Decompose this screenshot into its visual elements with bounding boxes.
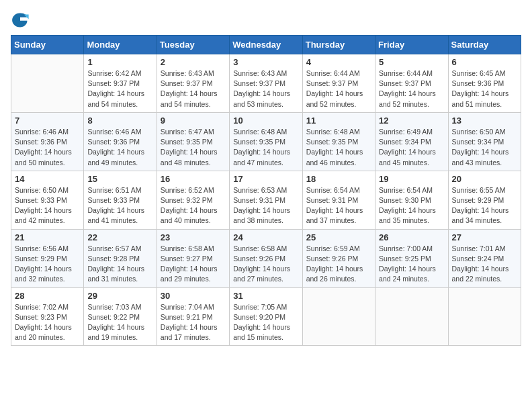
day-info: Sunrise: 6:56 AMSunset: 9:29 PMDaylight:… xyxy=(15,244,80,285)
day-cell-17: 17Sunrise: 6:53 AMSunset: 9:31 PMDayligh… xyxy=(230,171,302,229)
day-number: 13 xyxy=(452,116,517,126)
day-number: 26 xyxy=(379,232,444,242)
day-info: Sunrise: 6:49 AMSunset: 9:34 PMDaylight:… xyxy=(379,127,444,168)
day-info: Sunrise: 6:53 AMSunset: 9:31 PMDaylight:… xyxy=(233,185,298,226)
day-cell-7: 7Sunrise: 6:46 AMSunset: 9:36 PMDaylight… xyxy=(11,112,84,171)
day-cell-25: 25Sunrise: 6:59 AMSunset: 9:26 PMDayligh… xyxy=(302,229,375,287)
empty-cell xyxy=(11,54,84,113)
day-info: Sunrise: 7:01 AMSunset: 9:24 PMDaylight:… xyxy=(452,244,517,285)
day-info: Sunrise: 7:02 AMSunset: 9:23 PMDaylight:… xyxy=(15,302,80,343)
header-row: SundayMondayTuesdayWednesdayThursdayFrid… xyxy=(11,36,521,54)
day-info: Sunrise: 6:42 AMSunset: 9:37 PMDaylight:… xyxy=(87,68,152,109)
day-number: 25 xyxy=(306,232,371,242)
day-info: Sunrise: 7:00 AMSunset: 9:25 PMDaylight:… xyxy=(379,244,444,285)
day-number: 27 xyxy=(452,232,517,242)
day-cell-9: 9Sunrise: 6:47 AMSunset: 9:35 PMDaylight… xyxy=(157,112,229,171)
day-number: 23 xyxy=(161,232,226,242)
day-number: 16 xyxy=(161,174,226,184)
day-cell-8: 8Sunrise: 6:46 AMSunset: 9:36 PMDaylight… xyxy=(84,112,157,171)
day-number: 1 xyxy=(87,57,152,67)
day-cell-21: 21Sunrise: 6:56 AMSunset: 9:29 PMDayligh… xyxy=(11,229,84,287)
day-number: 19 xyxy=(379,174,444,184)
day-info: Sunrise: 6:58 AMSunset: 9:27 PMDaylight:… xyxy=(161,244,226,285)
day-info: Sunrise: 6:46 AMSunset: 9:36 PMDaylight:… xyxy=(15,127,80,168)
day-number: 21 xyxy=(15,232,80,242)
day-info: Sunrise: 6:54 AMSunset: 9:31 PMDaylight:… xyxy=(306,185,371,226)
day-number: 17 xyxy=(233,174,298,184)
day-number: 3 xyxy=(233,57,298,67)
header-cell-thursday: Thursday xyxy=(302,36,375,54)
day-info: Sunrise: 6:43 AMSunset: 9:37 PMDaylight:… xyxy=(233,68,298,109)
day-cell-13: 13Sunrise: 6:50 AMSunset: 9:34 PMDayligh… xyxy=(448,112,521,171)
day-cell-29: 29Sunrise: 7:03 AMSunset: 9:22 PMDayligh… xyxy=(84,287,157,346)
day-info: Sunrise: 6:55 AMSunset: 9:29 PMDaylight:… xyxy=(452,185,517,226)
day-info: Sunrise: 6:54 AMSunset: 9:30 PMDaylight:… xyxy=(379,185,444,226)
day-cell-12: 12Sunrise: 6:49 AMSunset: 9:34 PMDayligh… xyxy=(375,112,448,171)
calendar-table: SundayMondayTuesdayWednesdayThursdayFrid… xyxy=(11,35,521,346)
logo xyxy=(11,11,32,30)
day-info: Sunrise: 6:59 AMSunset: 9:26 PMDaylight:… xyxy=(306,244,371,285)
empty-cell xyxy=(302,287,375,346)
week-row-4: 21Sunrise: 6:56 AMSunset: 9:29 PMDayligh… xyxy=(11,229,521,287)
day-number: 9 xyxy=(161,116,226,126)
day-cell-19: 19Sunrise: 6:54 AMSunset: 9:30 PMDayligh… xyxy=(375,171,448,229)
day-cell-16: 16Sunrise: 6:52 AMSunset: 9:32 PMDayligh… xyxy=(157,171,229,229)
day-cell-14: 14Sunrise: 6:50 AMSunset: 9:33 PMDayligh… xyxy=(11,171,84,229)
day-number: 11 xyxy=(306,116,371,126)
header xyxy=(11,11,521,30)
day-number: 31 xyxy=(233,291,298,301)
day-number: 5 xyxy=(379,57,444,67)
day-number: 24 xyxy=(233,232,298,242)
day-cell-6: 6Sunrise: 6:45 AMSunset: 9:36 PMDaylight… xyxy=(448,54,521,113)
day-number: 29 xyxy=(87,291,152,301)
day-number: 6 xyxy=(452,57,517,67)
day-cell-4: 4Sunrise: 6:44 AMSunset: 9:37 PMDaylight… xyxy=(302,54,375,113)
header-cell-friday: Friday xyxy=(375,36,448,54)
week-row-3: 14Sunrise: 6:50 AMSunset: 9:33 PMDayligh… xyxy=(11,171,521,229)
week-row-1: 1Sunrise: 6:42 AMSunset: 9:37 PMDaylight… xyxy=(11,54,521,113)
day-number: 20 xyxy=(452,174,517,184)
day-number: 15 xyxy=(87,174,152,184)
day-cell-20: 20Sunrise: 6:55 AMSunset: 9:29 PMDayligh… xyxy=(448,171,521,229)
day-number: 22 xyxy=(87,232,152,242)
day-cell-3: 3Sunrise: 6:43 AMSunset: 9:37 PMDaylight… xyxy=(230,54,302,113)
day-info: Sunrise: 7:04 AMSunset: 9:21 PMDaylight:… xyxy=(161,302,226,343)
empty-cell xyxy=(448,287,521,346)
day-info: Sunrise: 6:57 AMSunset: 9:28 PMDaylight:… xyxy=(87,244,152,285)
day-cell-26: 26Sunrise: 7:00 AMSunset: 9:25 PMDayligh… xyxy=(375,229,448,287)
day-number: 18 xyxy=(306,174,371,184)
day-cell-5: 5Sunrise: 6:44 AMSunset: 9:37 PMDaylight… xyxy=(375,54,448,113)
day-info: Sunrise: 6:48 AMSunset: 9:35 PMDaylight:… xyxy=(233,127,298,168)
day-cell-18: 18Sunrise: 6:54 AMSunset: 9:31 PMDayligh… xyxy=(302,171,375,229)
day-info: Sunrise: 6:52 AMSunset: 9:32 PMDaylight:… xyxy=(161,185,226,226)
day-info: Sunrise: 6:46 AMSunset: 9:36 PMDaylight:… xyxy=(87,127,152,168)
day-cell-22: 22Sunrise: 6:57 AMSunset: 9:28 PMDayligh… xyxy=(84,229,157,287)
empty-cell xyxy=(375,287,448,346)
day-info: Sunrise: 6:50 AMSunset: 9:33 PMDaylight:… xyxy=(15,185,80,226)
day-info: Sunrise: 6:47 AMSunset: 9:35 PMDaylight:… xyxy=(161,127,226,168)
header-cell-sunday: Sunday xyxy=(11,36,84,54)
week-row-2: 7Sunrise: 6:46 AMSunset: 9:36 PMDaylight… xyxy=(11,112,521,171)
day-number: 7 xyxy=(15,116,80,126)
day-cell-27: 27Sunrise: 7:01 AMSunset: 9:24 PMDayligh… xyxy=(448,229,521,287)
day-info: Sunrise: 6:50 AMSunset: 9:34 PMDaylight:… xyxy=(452,127,517,168)
logo-icon xyxy=(11,11,30,30)
day-info: Sunrise: 7:03 AMSunset: 9:22 PMDaylight:… xyxy=(87,302,152,343)
day-number: 28 xyxy=(15,291,80,301)
header-cell-tuesday: Tuesday xyxy=(157,36,229,54)
day-cell-15: 15Sunrise: 6:51 AMSunset: 9:33 PMDayligh… xyxy=(84,171,157,229)
header-cell-wednesday: Wednesday xyxy=(230,36,302,54)
day-number: 14 xyxy=(15,174,80,184)
day-info: Sunrise: 6:58 AMSunset: 9:26 PMDaylight:… xyxy=(233,244,298,285)
day-number: 30 xyxy=(161,291,226,301)
day-cell-23: 23Sunrise: 6:58 AMSunset: 9:27 PMDayligh… xyxy=(157,229,229,287)
day-number: 10 xyxy=(233,116,298,126)
day-info: Sunrise: 6:51 AMSunset: 9:33 PMDaylight:… xyxy=(87,185,152,226)
week-row-5: 28Sunrise: 7:02 AMSunset: 9:23 PMDayligh… xyxy=(11,287,521,346)
day-cell-11: 11Sunrise: 6:48 AMSunset: 9:35 PMDayligh… xyxy=(302,112,375,171)
day-info: Sunrise: 6:48 AMSunset: 9:35 PMDaylight:… xyxy=(306,127,371,168)
day-info: Sunrise: 7:05 AMSunset: 9:20 PMDaylight:… xyxy=(233,302,298,343)
day-number: 12 xyxy=(379,116,444,126)
day-cell-28: 28Sunrise: 7:02 AMSunset: 9:23 PMDayligh… xyxy=(11,287,84,346)
day-info: Sunrise: 6:44 AMSunset: 9:37 PMDaylight:… xyxy=(306,68,371,109)
